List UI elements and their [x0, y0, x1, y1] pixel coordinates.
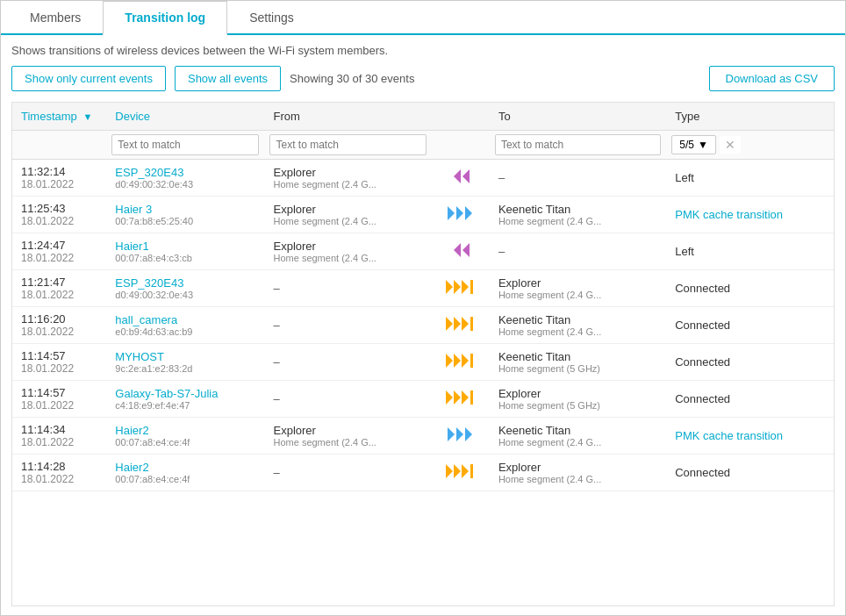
- btn-download-csv[interactable]: Download as CSV: [709, 66, 835, 91]
- svg-marker-6: [462, 243, 470, 257]
- filter-device-cell: [106, 131, 264, 160]
- filter-type-button[interactable]: 5/5 ▼: [671, 135, 716, 154]
- timestamp-date: 18.01.2022: [21, 326, 97, 338]
- to-name: Explorer: [498, 387, 657, 400]
- to-segment: Home segment (2.4 G...: [498, 216, 657, 226]
- type-label: Connected: [675, 392, 730, 405]
- timestamp-date: 18.01.2022: [21, 215, 97, 227]
- svg-rect-18: [470, 354, 473, 368]
- svg-marker-2: [448, 206, 455, 220]
- col-header-timestamp[interactable]: Timestamp ▼: [12, 103, 106, 131]
- sort-icon: ▼: [82, 111, 92, 122]
- filter-device-input[interactable]: [111, 134, 259, 155]
- device-mac: d0:49:00:32:0e:43: [115, 290, 255, 300]
- filter-from-input[interactable]: [269, 134, 427, 155]
- col-header-device[interactable]: Device: [106, 103, 264, 131]
- table-body: 11:32:1418.01.2022ESP_320E43d0:49:00:32:…: [12, 160, 834, 491]
- timestamp-date: 18.01.2022: [21, 252, 97, 264]
- type-label: Connected: [675, 319, 730, 332]
- timestamp-date: 18.01.2022: [21, 178, 97, 190]
- content-area: Shows transitions of wireless devices be…: [1, 35, 845, 615]
- table-row: 11:21:4718.01.2022ESP_320E43d0:49:00:32:…: [12, 270, 834, 307]
- svg-marker-9: [462, 280, 469, 294]
- svg-marker-12: [454, 317, 461, 331]
- tab-settings[interactable]: Settings: [227, 1, 316, 33]
- table-row: 11:25:4318.01.2022Haier 300:7a:b8:e5:25:…: [12, 197, 834, 233]
- device-mac: d0:49:00:32:0e:43: [115, 179, 255, 190]
- svg-marker-17: [462, 354, 469, 368]
- to-name: Explorer: [498, 461, 657, 474]
- filter-to-input[interactable]: [495, 134, 661, 155]
- toolbar: Show only current events Show all events…: [11, 66, 835, 91]
- arrow-cell: [432, 381, 490, 418]
- filter-clear-button[interactable]: ✕: [720, 136, 741, 154]
- svg-marker-20: [454, 390, 461, 405]
- device-name: Haier1: [115, 240, 255, 253]
- to-segment: Home segment (2.4 G...: [498, 290, 657, 300]
- svg-marker-25: [465, 427, 472, 441]
- type-label: Connected: [675, 466, 730, 479]
- svg-rect-29: [470, 464, 473, 478]
- device-mac: e0:b9:4d:63:ac:b9: [115, 326, 255, 337]
- tabs-bar: Members Transition log Settings: [1, 1, 845, 35]
- device-mac: 9c:2e:a1:e2:83:2d: [115, 363, 255, 374]
- from-dash: –: [273, 466, 279, 479]
- filter-icon: ▼: [698, 139, 708, 151]
- type-label: Left: [675, 245, 694, 258]
- svg-marker-21: [462, 390, 469, 405]
- btn-all-events[interactable]: Show all events: [175, 66, 281, 91]
- device-mac: 00:07:a8:e4:ce:4f: [115, 474, 255, 484]
- svg-marker-15: [446, 354, 453, 368]
- to-segment: Home segment (2.4 G...: [498, 437, 657, 448]
- type-label: PMK cache transition: [675, 429, 783, 442]
- filter-arrow-cell: [432, 131, 490, 160]
- filter-type-value: 5/5: [679, 139, 694, 151]
- filter-to-cell: [490, 131, 666, 160]
- svg-marker-8: [454, 280, 461, 294]
- btn-current-events[interactable]: Show only current events: [11, 66, 166, 91]
- timestamp-date: 18.01.2022: [21, 436, 97, 448]
- timestamp-main: 11:24:47: [21, 239, 97, 252]
- col-header-from: From: [264, 103, 432, 131]
- to-dash: –: [498, 171, 505, 184]
- arrow-cell: [432, 455, 490, 491]
- svg-rect-22: [470, 390, 473, 405]
- device-name: hall_camera: [115, 313, 255, 326]
- to-name: Keenetic Titan: [498, 424, 657, 437]
- filter-type-cell: 5/5 ▼ ✕: [666, 131, 834, 160]
- device-name: Galaxy-Tab-S7-Julia: [115, 387, 255, 400]
- table-row: 11:14:5718.01.2022MYHOST9c:2e:a1:e2:83:2…: [12, 344, 834, 381]
- tab-members[interactable]: Members: [8, 1, 103, 33]
- to-name: Keenetic Titan: [498, 203, 657, 216]
- svg-marker-13: [462, 317, 469, 331]
- device-name: Haier 3: [115, 203, 255, 216]
- device-name: Haier2: [115, 461, 255, 474]
- svg-rect-10: [470, 280, 473, 294]
- timestamp-date: 18.01.2022: [21, 289, 97, 301]
- table-row: 11:24:4718.01.2022Haier100:07:a8:e4:c3:c…: [12, 233, 834, 270]
- svg-marker-1: [462, 169, 470, 183]
- filter-from-cell: [264, 131, 432, 160]
- table-filter-row: 5/5 ▼ ✕: [12, 131, 834, 160]
- from-dash: –: [273, 355, 279, 369]
- timestamp-main: 11:16:20: [21, 312, 97, 326]
- timestamp-date: 18.01.2022: [21, 473, 97, 485]
- table-container[interactable]: Timestamp ▼ Device From To Type: [11, 102, 835, 606]
- from-segment: Home segment (2.4 G...: [273, 437, 423, 448]
- filter-timestamp-cell: [12, 131, 106, 160]
- tab-transition-log[interactable]: Transition log: [103, 1, 227, 35]
- to-name: Keenetic Titan: [498, 350, 657, 363]
- to-segment: Home segment (5 GHz): [498, 363, 657, 374]
- app-container: Members Transition log Settings Shows tr…: [0, 0, 846, 616]
- table-row: 11:14:3418.01.2022Haier200:07:a8:e4:ce:4…: [12, 418, 834, 455]
- type-label: Connected: [675, 355, 730, 369]
- timestamp-main: 11:25:43: [21, 202, 97, 215]
- to-name: Keenetic Titan: [498, 313, 657, 326]
- arrow-cell: [432, 197, 490, 233]
- arrow-cell: [432, 233, 490, 270]
- svg-marker-26: [446, 464, 453, 478]
- timestamp-date: 18.01.2022: [21, 362, 97, 375]
- arrow-cell: [432, 344, 490, 381]
- table-row: 11:14:2818.01.2022Haier200:07:a8:e4:ce:4…: [12, 455, 834, 491]
- timestamp-main: 11:14:28: [21, 460, 97, 473]
